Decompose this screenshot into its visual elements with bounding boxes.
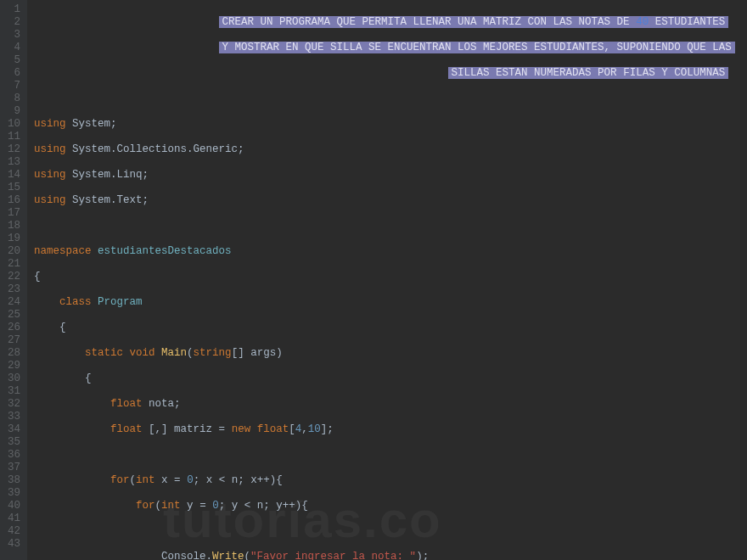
line-number-gutter: 1 2 3 4 5 6 7 8 9 10 11 12 13 14 15 16 1… <box>0 0 27 560</box>
watermark-text: tutorías.co <box>163 513 442 526</box>
line-number: 33 <box>3 411 20 423</box>
code-line[interactable]: namespace estudiantesDestacados <box>34 245 747 258</box>
code-line[interactable]: class Program <box>34 296 747 309</box>
line-number: 31 <box>3 385 20 398</box>
code-line[interactable]: using System.Collections.Generic; <box>34 143 747 156</box>
line-number: 23 <box>3 283 20 296</box>
line-number: 2 <box>3 16 20 29</box>
line-number: 42 <box>3 525 20 538</box>
line-number: 21 <box>3 258 20 271</box>
line-number: 8 <box>3 92 20 105</box>
line-number: 16 <box>3 194 20 207</box>
line-number: 14 <box>3 169 20 182</box>
code-line[interactable]: using System; <box>34 118 747 131</box>
line-number: 13 <box>3 156 20 169</box>
code-line[interactable] <box>34 525 747 538</box>
code-line[interactable] <box>34 92 747 105</box>
line-number: 30 <box>3 372 20 385</box>
line-number: 25 <box>3 309 20 322</box>
line-number: 1 <box>3 3 20 16</box>
code-line[interactable] <box>34 449 747 462</box>
line-number: 27 <box>3 334 20 347</box>
line-number: 18 <box>3 220 20 232</box>
line-number: 12 <box>3 143 20 156</box>
code-line[interactable]: CREAR UN PROGRAMA QUE PERMITA LLENAR UNA… <box>34 16 747 29</box>
line-number: 20 <box>3 245 20 258</box>
code-line[interactable]: for(int x = 0; x < n; x++){ <box>34 474 747 487</box>
line-number: 29 <box>3 360 20 372</box>
line-number: 9 <box>3 105 20 118</box>
line-number: 40 <box>3 500 20 512</box>
line-number: 5 <box>3 54 20 67</box>
line-number: 6 <box>3 67 20 80</box>
line-number: 34 <box>3 423 20 436</box>
line-number: 41 <box>3 512 20 525</box>
line-number: 10 <box>3 118 20 131</box>
line-number: 32 <box>3 398 20 411</box>
code-line[interactable]: float [,] matriz = new float[4,10]; <box>34 423 747 436</box>
line-number: 24 <box>3 296 20 309</box>
line-number: 22 <box>3 271 20 283</box>
line-number: 3 <box>3 29 20 42</box>
line-number: 11 <box>3 131 20 143</box>
code-line[interactable] <box>34 220 747 232</box>
line-number: 7 <box>3 80 20 92</box>
line-number: 43 <box>3 538 20 551</box>
line-number: 37 <box>3 462 20 474</box>
code-line[interactable]: { <box>34 372 747 385</box>
line-number: 39 <box>3 487 20 500</box>
code-line[interactable]: for(int y = 0; y < n; y++){ <box>34 500 747 512</box>
code-line[interactable]: Y MOSTRAR EN QUE SILLA SE ENCUENTRAN LOS… <box>34 42 747 54</box>
code-area[interactable]: CREAR UN PROGRAMA QUE PERMITA LLENAR UNA… <box>27 0 747 560</box>
line-number: 38 <box>3 474 20 487</box>
code-line[interactable]: using System.Text; <box>34 194 747 207</box>
line-number: 4 <box>3 42 20 54</box>
code-line[interactable]: float nota; <box>34 398 747 411</box>
code-line[interactable]: { <box>34 322 747 334</box>
line-number: 35 <box>3 436 20 449</box>
line-number: 28 <box>3 347 20 360</box>
code-line[interactable]: SILLAS ESTAN NUMERADAS POR FILAS Y COLUM… <box>34 67 747 80</box>
code-line[interactable]: using System.Linq; <box>34 169 747 182</box>
code-editor[interactable]: 1 2 3 4 5 6 7 8 9 10 11 12 13 14 15 16 1… <box>0 0 747 560</box>
line-number: 17 <box>3 207 20 220</box>
line-number: 19 <box>3 232 20 245</box>
code-line[interactable]: static void Main(string[] args) <box>34 347 747 360</box>
line-number: 15 <box>3 182 20 194</box>
code-line[interactable]: Console.Write("Favor ingresar la nota: "… <box>34 551 747 560</box>
line-number: 26 <box>3 322 20 334</box>
line-number: 36 <box>3 449 20 462</box>
code-line[interactable]: { <box>34 271 747 283</box>
